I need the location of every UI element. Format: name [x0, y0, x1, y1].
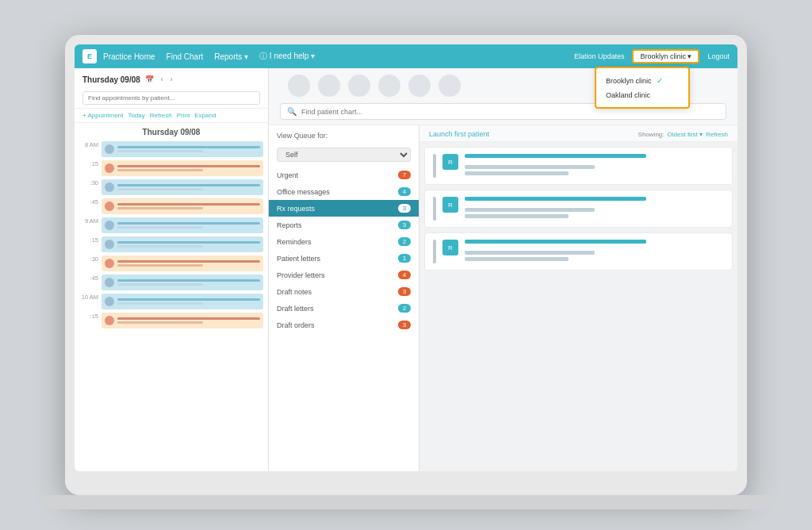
- nav-reports[interactable]: Reports ▾: [214, 52, 248, 61]
- refresh-calendar-button[interactable]: Refresh: [150, 112, 172, 119]
- queue-item-draft-orders[interactable]: Draft orders 3: [269, 317, 419, 333]
- queue-item-rx-requests[interactable]: Rx requests 3: [269, 200, 419, 217]
- patient-avatar-3: [105, 182, 114, 192]
- appt-line: [117, 146, 260, 148]
- search-icon: 🔍: [287, 107, 297, 116]
- queue-item-reports[interactable]: Reports 3: [269, 217, 419, 233]
- appt-line: [117, 169, 203, 171]
- queue-select[interactable]: Self: [277, 148, 411, 162]
- patient-search-input[interactable]: [301, 108, 719, 116]
- appt-line: [117, 203, 260, 205]
- next-day-button[interactable]: ›: [168, 75, 175, 84]
- queue-item-office-messages[interactable]: Office messages 4: [269, 183, 419, 200]
- queue-item-draft-notes[interactable]: Draft notes 3: [269, 283, 419, 300]
- pcard-line: [465, 197, 646, 201]
- pcard-spacer: [465, 160, 724, 163]
- oldest-first-selector[interactable]: Oldest first ▾: [668, 131, 703, 138]
- calendar-scroll[interactable]: Thursday 09/08 8 AM :15: [75, 123, 268, 471]
- appt-lines-3: [117, 184, 260, 190]
- appt-line: [117, 264, 203, 267]
- patient-avatar-9: [105, 297, 114, 306]
- time-label-915: :15: [79, 235, 102, 254]
- appointment-blue-5[interactable]: [102, 275, 263, 290]
- laptop-frame: E Practice Home Find Chart Reports ▾ ⓘ I…: [65, 35, 747, 495]
- clinic-selector-button[interactable]: Brooklyn clinic ▾: [632, 49, 699, 63]
- queue-item-urgent[interactable]: Urgent 7: [269, 167, 419, 183]
- queue-header: View Queue for:: [269, 125, 419, 143]
- nav-find-chart[interactable]: Find Chart: [167, 52, 204, 61]
- appointment-blue-6[interactable]: [102, 294, 263, 309]
- appt-line: [117, 241, 260, 244]
- queue-badge-patient-letters: 1: [398, 254, 411, 263]
- today-button[interactable]: Today: [128, 112, 144, 119]
- pcard-line: [465, 240, 646, 244]
- nav-right: Elation Updates Brooklyn clinic ▾ Logout: [574, 49, 730, 63]
- queue-item-draft-letters[interactable]: Draft letters 2: [269, 300, 419, 317]
- appt-lines-2: [117, 165, 260, 171]
- queue-item-rx-requests-label: Rx requests: [277, 205, 315, 213]
- time-slot-945: :45: [75, 273, 268, 292]
- appointment-search-input[interactable]: [82, 91, 260, 105]
- patient-card-2[interactable]: R: [424, 190, 733, 228]
- appt-line: [117, 245, 203, 248]
- patient-list-refresh[interactable]: Refresh: [706, 131, 728, 138]
- laptop-base: [41, 495, 771, 509]
- launch-first-patient-button[interactable]: Launch first patient: [429, 130, 489, 138]
- patient-avatar-1: [105, 144, 114, 154]
- nav-help[interactable]: ⓘ I need help ▾: [259, 51, 315, 62]
- time-label-9am: 9 AM: [79, 216, 102, 235]
- queue-item-reminders-label: Reminders: [277, 238, 312, 246]
- appt-line: [117, 150, 203, 152]
- appointment-blue-2[interactable]: [102, 179, 263, 195]
- appointment-blue-3[interactable]: [102, 217, 263, 233]
- patient-card-lines-2: [465, 197, 724, 218]
- appointment-orange-3[interactable]: [102, 255, 263, 271]
- logout-button[interactable]: Logout: [707, 52, 730, 60]
- prev-day-button[interactable]: ‹: [159, 75, 166, 84]
- appt-line: [117, 283, 203, 286]
- card-left-line-1: [433, 154, 436, 178]
- pcard-spacer: [465, 203, 724, 205]
- queue-item-reminders[interactable]: Reminders 2: [269, 233, 419, 250]
- calendar-date-label: Thursday 09/08: [82, 75, 140, 84]
- nav-practice-home[interactable]: Practice Home: [103, 52, 155, 61]
- queue-item-draft-letters-label: Draft letters: [277, 305, 314, 313]
- appointment-orange-4[interactable]: [102, 313, 263, 328]
- appt-line: [117, 317, 260, 320]
- appt-line: [117, 188, 203, 190]
- patient-card-3[interactable]: R: [424, 232, 733, 271]
- appt-line: [117, 207, 203, 209]
- expand-button[interactable]: Expand: [194, 112, 216, 119]
- laptop-screen: E Practice Home Find Chart Reports ▾ ⓘ I…: [75, 44, 737, 471]
- queue-item-reports-label: Reports: [277, 221, 302, 229]
- queue-item-provider-letters[interactable]: Provider letters 4: [269, 267, 419, 283]
- queue-item-patient-letters[interactable]: Patient letters 1: [269, 250, 419, 267]
- patient-card-1[interactable]: R: [424, 147, 733, 185]
- appointment-blue-4[interactable]: [102, 236, 263, 252]
- appointment-orange-2[interactable]: [102, 198, 263, 214]
- time-slot-830: :30: [75, 178, 268, 197]
- appt-lines-4: [117, 203, 260, 209]
- patient-avatar-10: [105, 316, 114, 325]
- clinic-option-oakland-label: Oakland clinic: [606, 91, 650, 99]
- app-logo: E: [82, 49, 97, 63]
- calendar-icon[interactable]: 📅: [145, 75, 154, 83]
- queue-item-urgent-label: Urgent: [277, 171, 298, 179]
- patient-avatar-5: [105, 221, 114, 230]
- add-appointment-button[interactable]: + Appointment: [82, 112, 123, 119]
- showing-label: Showing: Oldest first ▾ Refresh: [638, 131, 728, 138]
- appointment-blue-1[interactable]: [102, 141, 263, 157]
- queue-item-provider-letters-label: Provider letters: [277, 271, 325, 279]
- patient-avatar-4: [105, 202, 114, 211]
- nav-elation-updates[interactable]: Elation Updates: [574, 52, 625, 60]
- pcard-line: [465, 214, 569, 218]
- appt-line: [117, 321, 203, 324]
- clinic-option-oakland[interactable]: Oakland clinic: [596, 88, 688, 102]
- appointment-orange-1[interactable]: [102, 160, 263, 176]
- patient-cards: R R: [419, 142, 737, 471]
- time-slot-1015: :15: [75, 311, 268, 330]
- calendar-date-row: Thursday 09/08 📅 ‹ ›: [82, 75, 260, 84]
- clinic-option-brooklyn[interactable]: Brooklyn clinic ✓: [596, 73, 688, 88]
- calendar-day-title: Thursday 09/08: [75, 123, 268, 140]
- print-button[interactable]: Print: [177, 112, 190, 119]
